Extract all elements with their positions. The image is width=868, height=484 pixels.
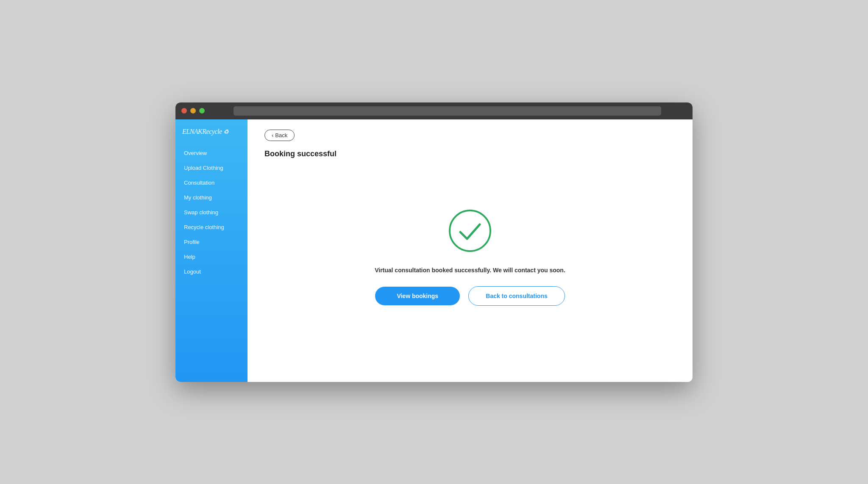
back-label: Back	[275, 132, 287, 138]
sidebar-item-profile[interactable]: Profile	[175, 235, 248, 249]
success-area: Virtual consultation booked successfully…	[264, 167, 676, 372]
sidebar-item-logout[interactable]: Logout	[175, 264, 248, 279]
sidebar-item-help[interactable]: Help	[175, 249, 248, 264]
action-buttons: View bookings Back to consultations	[375, 286, 565, 306]
sidebar-item-overview[interactable]: Overview	[175, 146, 248, 160]
sidebar-item-my-clothing[interactable]: My clothing	[175, 190, 248, 205]
logo-area: ELNAKRecycle ♻	[175, 128, 248, 146]
titlebar	[175, 102, 693, 119]
sidebar-item-recycle-clothing[interactable]: Recycle clothing	[175, 220, 248, 235]
view-bookings-button[interactable]: View bookings	[375, 287, 460, 305]
back-chevron-icon: ‹	[272, 132, 273, 138]
url-bar[interactable]	[234, 106, 661, 116]
page-title: Booking successful	[264, 149, 676, 158]
logo: ELNAKRecycle ♻	[182, 128, 241, 136]
svg-point-0	[450, 210, 490, 251]
sidebar: ELNAKRecycle ♻ OverviewUpload ClothingCo…	[175, 119, 248, 382]
back-to-consultations-button[interactable]: Back to consultations	[468, 286, 565, 306]
sidebar-item-consultation[interactable]: Consultation	[175, 175, 248, 190]
sidebar-item-swap-clothing[interactable]: Swap clothing	[175, 205, 248, 220]
app-window: ELNAKRecycle ♻ OverviewUpload ClothingCo…	[175, 102, 693, 382]
back-button[interactable]: ‹ Back	[264, 130, 295, 141]
main-content: ‹ Back Booking successful Virtual consul…	[248, 119, 693, 382]
app-body: ELNAKRecycle ♻ OverviewUpload ClothingCo…	[175, 119, 693, 382]
close-button[interactable]	[181, 108, 187, 113]
success-message: Virtual consultation booked successfully…	[375, 267, 565, 274]
maximize-button[interactable]	[199, 108, 205, 113]
success-check-icon	[447, 207, 493, 254]
minimize-button[interactable]	[190, 108, 196, 113]
sidebar-item-upload-clothing[interactable]: Upload Clothing	[175, 160, 248, 175]
